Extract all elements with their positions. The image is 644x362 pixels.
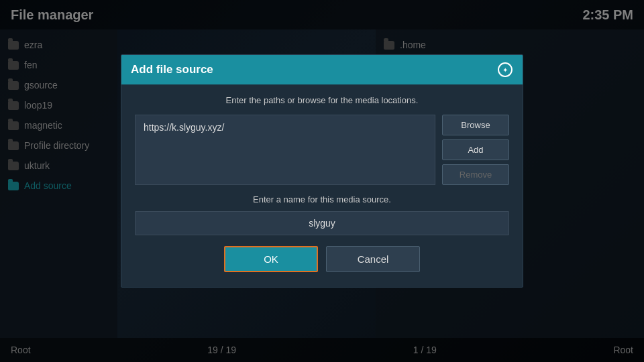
add-file-source-dialog: Add file source Enter the paths or brows… [121, 54, 523, 288]
dialog-source-row: https://k.slyguy.xyz/ Browse Add Remove [135, 115, 509, 185]
kodi-logo [498, 62, 513, 77]
dialog-paths-label: Enter the paths or browse for the media … [135, 95, 509, 105]
source-action-buttons: Browse Add Remove [442, 115, 509, 185]
path-display-box: https://k.slyguy.xyz/ [135, 115, 435, 185]
source-name-input[interactable] [135, 211, 509, 235]
url-value: https://k.slyguy.xyz/ [144, 122, 224, 133]
dialog-header: Add file source [121, 55, 523, 84]
add-button[interactable]: Add [442, 139, 509, 160]
name-label: Enter a name for this media source. [135, 194, 509, 204]
dialog-overlay: Add file source Enter the paths or brows… [0, 0, 644, 362]
dialog-title: Add file source [131, 63, 213, 76]
browse-button[interactable]: Browse [442, 115, 509, 135]
cancel-button[interactable]: Cancel [326, 246, 420, 272]
dialog-body: Enter the paths or browse for the media … [121, 84, 523, 287]
ok-button[interactable]: OK [224, 246, 318, 272]
remove-button[interactable]: Remove [442, 164, 509, 185]
dialog-actions: OK Cancel [135, 246, 509, 276]
kodi-icon [497, 62, 513, 78]
